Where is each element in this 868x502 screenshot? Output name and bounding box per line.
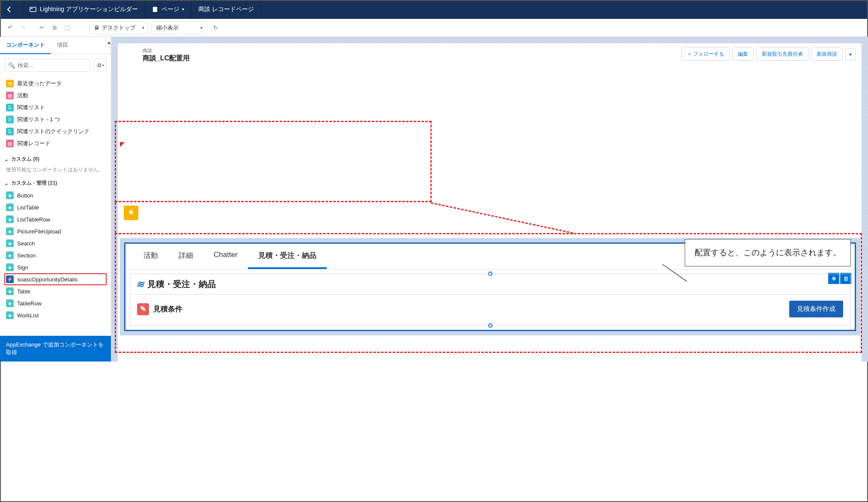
- cut-button[interactable]: ✂: [36, 22, 47, 33]
- sidebar-item-label: PictureFileUpload: [17, 228, 61, 235]
- new-opportunity-button[interactable]: 新規商談: [811, 48, 843, 61]
- sidebar-item-label: 活動: [17, 92, 28, 99]
- undo-button[interactable]: ↶: [4, 22, 15, 33]
- follow-button[interactable]: ＋ フォローする: [681, 48, 730, 61]
- sidebar-item-managed[interactable]: ◈WorkList: [4, 309, 107, 321]
- sidebar-item-label: ListTableRow: [17, 216, 50, 223]
- page-name-text: 商談 レコードページ: [198, 6, 254, 13]
- sidebar-item-label: 関連リスト: [17, 104, 45, 111]
- component-icon: ⚡: [6, 275, 14, 283]
- chevron-down-icon: ▾: [182, 7, 184, 12]
- search-icon: 🔍: [8, 62, 15, 69]
- new-contact-role-button[interactable]: 新規取引先責任者: [756, 48, 808, 61]
- device-select[interactable]: 🖥デスクトップ ▾: [89, 21, 149, 34]
- search-input-wrap[interactable]: 🔍: [4, 59, 90, 72]
- component-icon: ◈: [6, 239, 14, 247]
- settings-button[interactable]: ⚙▾: [94, 59, 107, 72]
- sidebar-item-standard[interactable]: ▤関連レコード: [4, 137, 107, 149]
- sidebar-item-standard[interactable]: ◔最近使ったデータ: [4, 78, 107, 90]
- sidebar-item-managed[interactable]: ◈Table: [4, 285, 107, 297]
- app-title-text: Lightning アプリケーションビルダー: [40, 6, 138, 13]
- sidebar-item-standard[interactable]: ▤活動: [4, 90, 107, 102]
- sidebar-item-standard[interactable]: ☰関連リスト - 1 つ: [4, 114, 107, 126]
- component-icon: ◈: [6, 299, 14, 307]
- sidebar-item-label: WorkList: [17, 312, 39, 319]
- component-icon: ◈: [6, 203, 14, 211]
- component-icon: ◔: [6, 80, 14, 87]
- component-icon: ◈: [6, 227, 14, 235]
- appexchange-link[interactable]: AppExchange で追加コンポーネントを取得: [0, 336, 111, 362]
- component-icon: ☰: [6, 104, 14, 111]
- sidebar-item-managed[interactable]: ⚡soascOpportunityDetails: [4, 273, 107, 285]
- sidebar-item-managed[interactable]: ◈TableRow: [4, 297, 107, 309]
- svg-rect-0: [30, 7, 36, 12]
- sidebar-item-managed[interactable]: ◈Sign: [4, 261, 107, 273]
- sidebar-item-managed[interactable]: ◈ListTable: [4, 201, 107, 213]
- chevron-down-icon: ▾: [142, 25, 144, 30]
- sidebar-item-managed[interactable]: ◈PictureFileUpload: [4, 225, 107, 237]
- sidebar-item-label: 関連リスト - 1 つ: [17, 116, 60, 123]
- sidebar-item-label: soascOpportunityDetails: [17, 276, 78, 283]
- empty-note: 使用可能なコンポーネントはありません。: [4, 165, 107, 173]
- anchor-top[interactable]: [488, 272, 492, 276]
- component-icon: ☰: [6, 128, 14, 135]
- component-icon: ◈: [6, 215, 14, 223]
- component-logo-icon: ≋: [136, 279, 143, 290]
- zoom-select[interactable]: 縮小表示 ▾: [152, 21, 207, 34]
- app-title: Lightning アプリケーションビルダー: [23, 0, 145, 18]
- tab[interactable]: 詳細: [168, 244, 203, 269]
- tab-components[interactable]: コンポーネント: [0, 37, 51, 54]
- page-menu[interactable]: ページ ▾: [145, 0, 191, 18]
- quote-icon: ✎: [137, 303, 149, 315]
- redo-button[interactable]: ↷: [17, 22, 28, 33]
- back-button[interactable]: [0, 0, 23, 18]
- component-icon: ☰: [6, 116, 14, 123]
- tab-fields[interactable]: 項目: [51, 37, 74, 54]
- component-icon: ◈: [6, 311, 14, 319]
- svg-rect-2: [153, 7, 157, 12]
- canvas[interactable]: 商談 商談_LC配置用 ＋ フォローする 編集 新規取引先責任者 新規商談 ▾ …: [111, 37, 868, 362]
- component-icon: ▤: [6, 92, 14, 99]
- desktop-icon: 🖥: [94, 24, 99, 31]
- collapse-sidebar-button[interactable]: ◀: [105, 39, 111, 47]
- sidebar-item-label: 関連リストのクイックリンク: [17, 128, 89, 135]
- top-nav: Lightning アプリケーションビルダー ページ ▾ 商談 レコードページ: [0, 0, 868, 19]
- sidebar-item-managed[interactable]: ◈Section: [4, 249, 107, 261]
- sidebar-item-label: Section: [17, 252, 36, 259]
- search-input[interactable]: [18, 62, 87, 69]
- zoom-select-label: 縮小表示: [156, 24, 179, 32]
- chevron-down-icon: ⌄: [4, 180, 9, 186]
- sidebar-item-label: 最近使ったデータ: [17, 80, 62, 87]
- copy-button[interactable]: ⧉: [49, 22, 60, 33]
- sidebar-item-label: Sign: [17, 264, 28, 271]
- sidebar-item-managed[interactable]: ◈Search: [4, 237, 107, 249]
- tab[interactable]: Chatter: [203, 244, 248, 269]
- sidebar: ◀ コンポーネント 項目 🔍 ⚙▾ ◔最近使ったデータ▤活動☰関連リスト☰関連リ…: [0, 37, 111, 362]
- sidebar-item-managed[interactable]: ◈Button: [4, 189, 107, 201]
- page-menu-label: ページ: [161, 6, 179, 13]
- sidebar-item-label: TableRow: [17, 300, 42, 307]
- chevron-down-icon: ▾: [200, 25, 203, 30]
- object-label: 商談: [143, 48, 190, 54]
- opportunity-icon: [124, 206, 138, 220]
- anchor-bottom[interactable]: [488, 323, 492, 328]
- tab[interactable]: 見積・受注・納品: [248, 244, 327, 269]
- more-actions-button[interactable]: ▾: [845, 48, 856, 60]
- component-icon: ◈: [6, 251, 14, 259]
- tab[interactable]: 活動: [133, 244, 168, 269]
- edit-button[interactable]: 編集: [732, 48, 754, 61]
- create-quote-button[interactable]: 見積条件作成: [789, 301, 843, 317]
- section-custom[interactable]: ⌄ カスタム (0): [4, 155, 107, 163]
- page-name[interactable]: 商談 レコードページ: [191, 0, 261, 18]
- section-custom-managed[interactable]: ⌄ カスタム - 管理 (11): [4, 179, 107, 187]
- sidebar-item-managed[interactable]: ◈ListTableRow: [4, 213, 107, 225]
- component-icon: ◈: [6, 191, 14, 199]
- sidebar-item-standard[interactable]: ☰関連リストのクイックリンク: [4, 126, 107, 137]
- sidebar-item-label: Table: [17, 288, 30, 295]
- sidebar-item-standard[interactable]: ☰関連リスト: [4, 102, 107, 114]
- paste-button[interactable]: 📋: [62, 22, 73, 33]
- sidebar-item-label: 関連レコード: [17, 140, 51, 147]
- svg-rect-1: [31, 8, 33, 9]
- component-title: 見積・受注・納品: [147, 278, 216, 290]
- refresh-button[interactable]: ↻: [210, 22, 221, 33]
